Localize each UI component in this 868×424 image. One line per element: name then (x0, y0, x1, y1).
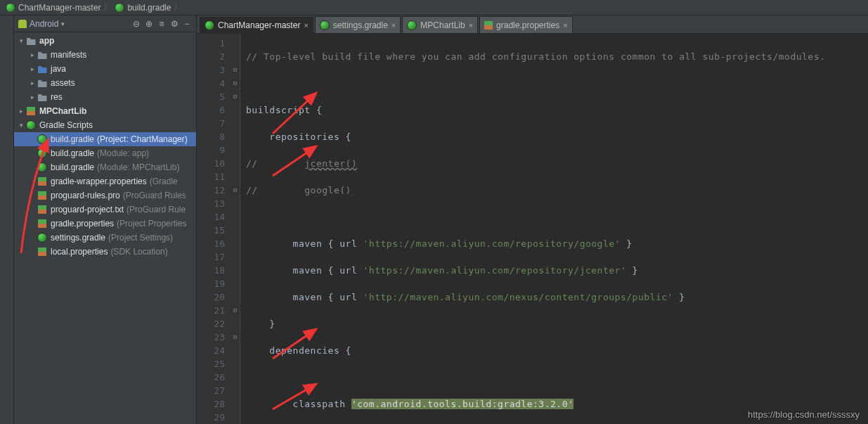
tab-mpchartlib[interactable]: MPChartLib × (402, 16, 478, 33)
gradle-icon (37, 233, 47, 243)
chevron-right-icon[interactable]: ▸ (17, 108, 25, 115)
file-icon (38, 205, 46, 214)
tree-node-gradle-properties[interactable]: gradle.properties (Project Properties (14, 217, 196, 231)
tree-qualifier: (Project Settings) (108, 233, 173, 243)
watermark: https://blog.csdn.net/ssssxy (748, 409, 860, 420)
chevron-down-icon[interactable]: ▾ (61, 20, 65, 27)
code-editor[interactable]: 1234567891011121314151617181920212223242… (197, 34, 868, 424)
code-line: repositories { (246, 131, 351, 142)
tree-node-proguard-rules[interactable]: proguard-rules.pro (ProGuard Rules (14, 188, 196, 203)
chevron-right-icon[interactable]: ▸ (28, 65, 37, 72)
tree-node-build-gradle-project[interactable]: build.gradle (Project: ChartManager) (14, 132, 196, 146)
close-icon[interactable]: × (563, 21, 567, 30)
tree-label: java (51, 64, 66, 74)
code-text: maven { url (246, 265, 363, 276)
editor-area: ChartManager-master × settings.gradle × … (197, 15, 868, 424)
project-view-label[interactable]: Android (30, 19, 58, 29)
code-line: dependencies { (246, 345, 351, 356)
tree-node-proguard-project[interactable]: proguard-project.txt (ProGuard Rule (14, 203, 196, 217)
tree-node-assets[interactable]: ▸ assets (14, 76, 196, 90)
target-icon[interactable]: ⊕ (144, 19, 154, 29)
tree-node-java[interactable]: ▸ java (14, 62, 196, 76)
collapse-icon[interactable]: ⊖ (131, 19, 141, 29)
chevron-down-icon[interactable]: ▾ (17, 37, 25, 44)
close-icon[interactable]: × (304, 21, 308, 30)
fold-gutter[interactable]: ⊟⊟⊟⊟⊟⊟ (231, 34, 240, 424)
tree-node-build-gradle-app[interactable]: build.gradle (Module: app) (14, 146, 196, 160)
tree-node-mpchartlib[interactable]: ▸ MPChartLib (14, 104, 196, 118)
gradle-icon (37, 162, 47, 172)
gradle-icon (407, 20, 417, 30)
chevron-right-icon[interactable]: ▸ (28, 94, 37, 101)
tab-label: MPChartLib (420, 20, 465, 30)
tree-qualifier: (Project: ChartManager) (97, 134, 188, 144)
code-text: maven { url (246, 238, 363, 249)
file-icon (38, 191, 46, 200)
project-tree: ▾ app ▸ manifests ▸ java ▸ assets ▸ (14, 32, 196, 424)
chevron-right-icon[interactable]: ▸ (28, 51, 37, 58)
tree-label: manifests (51, 50, 86, 60)
folder-icon (38, 94, 47, 101)
tree-qualifier: (Project Properties (117, 219, 186, 229)
tree-label: app (39, 36, 54, 46)
code-text: maven { url (246, 292, 363, 302)
chevron-right-icon: 〉 (103, 1, 112, 13)
hide-icon[interactable]: − (182, 19, 192, 29)
chevron-right-icon[interactable]: ▸ (28, 79, 37, 86)
sort-icon[interactable]: ≡ (157, 19, 167, 29)
tree-label: build.gradle (51, 148, 94, 158)
code-line: // Top-level build file where you can ad… (246, 51, 825, 62)
folder-icon (38, 52, 47, 59)
line-number-gutter: 1234567891011121314151617181920212223242… (197, 34, 231, 424)
code-string: 'https://maven.aliyun.com/repository/jce… (363, 265, 627, 276)
breadcrumb-project-label: ChartManager-master (18, 3, 101, 13)
close-icon[interactable]: × (391, 21, 396, 30)
gear-icon[interactable]: ⚙ (169, 19, 179, 29)
tab-label: settings.gradle (333, 20, 388, 30)
gradle-icon (26, 120, 36, 130)
properties-icon (38, 248, 46, 256)
folder-icon (38, 80, 47, 87)
tab-label: ChartManager-master (218, 20, 300, 30)
tree-label: Gradle Scripts (39, 120, 93, 130)
code-line: } (246, 319, 276, 329)
breadcrumb-project[interactable]: ChartManager-master (6, 3, 101, 13)
tree-qualifier: (ProGuard Rules (123, 191, 186, 200)
tree-node-res[interactable]: ▸ res (14, 90, 196, 104)
tree-label: proguard-rules.pro (51, 191, 120, 200)
tab-chartmanager[interactable]: ChartManager-master × (200, 17, 313, 34)
properties-icon (38, 219, 46, 228)
code-text: } (673, 292, 685, 302)
tree-label: local.properties (51, 247, 108, 257)
tree-label: gradle-wrapper.properties (51, 176, 147, 186)
breadcrumb-file[interactable]: build.gradle (115, 3, 171, 13)
tree-qualifier: (SDK Location) (110, 247, 167, 257)
tree-node-build-gradle-lib[interactable]: build.gradle (Module: MPChartLib) (14, 160, 196, 174)
tree-qualifier: (Module: MPChartLib) (97, 162, 179, 172)
tab-label: gradle.properties (496, 20, 559, 30)
tree-node-local-properties[interactable]: local.properties (SDK Location) (14, 245, 196, 259)
tree-label: build.gradle (51, 134, 94, 144)
gradle-icon (37, 134, 47, 144)
code-content[interactable]: // Top-level build file where you can ad… (240, 34, 868, 424)
tab-settings-gradle[interactable]: settings.gradle × (315, 16, 401, 33)
gradle-icon (6, 3, 15, 13)
close-icon[interactable]: × (469, 21, 473, 30)
tab-gradle-properties[interactable]: gradle.properties × (479, 16, 573, 33)
chevron-down-icon[interactable]: ▾ (17, 122, 25, 129)
code-string: 'http://maven.aliyun.com/nexus/content/g… (363, 292, 673, 302)
tree-qualifier: (Module: app) (97, 148, 149, 158)
tree-node-gradle-wrapper[interactable]: gradle-wrapper.properties (Gradle (14, 174, 196, 188)
code-text: } (626, 265, 638, 276)
tree-node-gradle-scripts[interactable]: ▾ Gradle Scripts (14, 118, 196, 132)
tree-node-settings-gradle[interactable]: settings.gradle (Project Settings) (14, 231, 196, 245)
tree-label: build.gradle (51, 162, 94, 172)
tree-qualifier: (ProGuard Rule (127, 205, 186, 214)
code-line: buildscript { (246, 105, 322, 115)
tree-label: settings.gradle (51, 233, 105, 243)
gradle-icon (115, 3, 124, 13)
tree-node-app[interactable]: ▾ app (14, 34, 196, 48)
chevron-right-icon: 〉 (174, 1, 182, 13)
code-string: 'com.android.tools.build:gradle:3.2.0' (351, 399, 574, 409)
tree-node-manifests[interactable]: ▸ manifests (14, 48, 196, 62)
